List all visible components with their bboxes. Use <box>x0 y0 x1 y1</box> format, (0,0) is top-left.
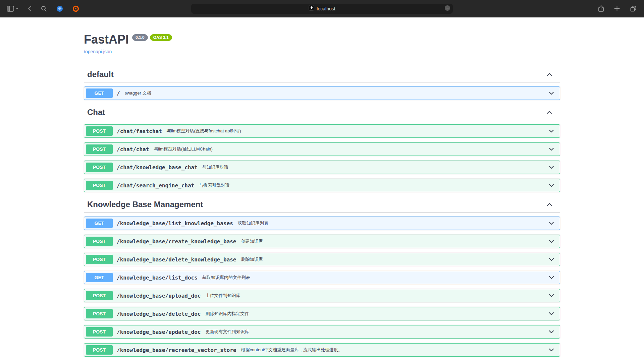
operation-summary[interactable]: POST /chat/fastchat 与llm模型对话(直接与fastchat… <box>84 125 560 137</box>
openapi-spec-link[interactable]: /openapi.json <box>84 49 112 54</box>
chevron-down-icon <box>549 147 554 152</box>
operation-summary[interactable]: GET / swagger 文档 <box>84 87 560 100</box>
operation-summary[interactable]: POST /knowledge_base/update_doc 更新现有文件到知… <box>84 325 560 338</box>
collapse-section-button[interactable] <box>545 71 553 78</box>
chevron-down-icon <box>549 221 554 226</box>
operation-description: 上传文件到知识库 <box>204 293 545 299</box>
operations-list: POST /chat/fastchat 与llm模型对话(直接与fastchat… <box>84 120 560 192</box>
operation-description: 与知识库对话 <box>201 164 545 170</box>
search-icon <box>41 6 47 12</box>
expand-operation-button[interactable] <box>545 129 558 134</box>
method-badge: POST <box>86 291 113 300</box>
operation-row[interactable]: GET /knowledge_base/list_knowledge_bases… <box>84 217 560 230</box>
operation-row[interactable]: POST /knowledge_base/upload_doc 上传文件到知识库 <box>84 289 560 302</box>
expand-operation-button[interactable] <box>545 165 558 170</box>
expand-operation-button[interactable] <box>545 293 558 298</box>
operation-summary[interactable]: POST /knowledge_base/create_knowledge_ba… <box>84 235 560 248</box>
expand-operation-button[interactable] <box>545 91 558 96</box>
orange-extension-button[interactable] <box>72 5 79 12</box>
operation-row[interactable]: POST /chat/chat 与llm模型对话(通过LLMChain) <box>84 142 560 156</box>
chevron-down-icon <box>549 129 554 134</box>
operation-row[interactable]: GET /knowledge_base/list_docs 获取知识库内的文件列… <box>84 271 560 284</box>
method-badge: POST <box>86 181 113 190</box>
operation-row[interactable]: POST /knowledge_base/update_doc 更新现有文件到知… <box>84 325 560 339</box>
operation-summary[interactable]: POST /knowledge_base/recreate_vector_sto… <box>84 344 560 356</box>
site-favicon <box>309 5 314 12</box>
operation-row[interactable]: POST /knowledge_base/recreate_vector_sto… <box>84 343 560 357</box>
chevron-down-icon <box>549 329 554 335</box>
operation-row[interactable]: POST /chat/knowledge_base_chat 与知识库对话 <box>84 161 560 174</box>
operation-description: swagger 文档 <box>123 90 545 96</box>
version-badge: 0.1.0 <box>132 34 148 41</box>
section-header[interactable]: Knowledge Base Management <box>84 197 560 213</box>
oas-badge: OAS 3.1 <box>150 34 172 41</box>
address-bar[interactable]: localhost <box>191 4 453 14</box>
chevron-up-icon <box>547 72 552 77</box>
operation-summary[interactable]: POST /chat/search_engine_chat 与搜索引擎对话 <box>84 179 560 192</box>
collapse-section-button[interactable] <box>545 201 553 208</box>
method-badge: POST <box>86 327 113 337</box>
operation-row[interactable]: POST /chat/fastchat 与llm模型对话(直接与fastchat… <box>84 124 560 138</box>
chevron-down-icon <box>549 183 554 188</box>
collapse-section-button[interactable] <box>545 109 553 116</box>
expand-operation-button[interactable] <box>545 311 558 316</box>
operation-row[interactable]: POST /knowledge_base/create_knowledge_ba… <box>84 235 560 248</box>
operation-summary[interactable]: POST /knowledge_base/delete_doc 删除知识库内指定… <box>84 307 560 320</box>
operation-path: /chat/knowledge_base_chat <box>113 164 201 171</box>
operation-path: /knowledge_base/recreate_vector_store <box>113 347 239 353</box>
page-settings-ellipsis-icon[interactable] <box>444 5 450 12</box>
expand-operation-button[interactable] <box>545 329 558 335</box>
api-info: FastAPI 0.1.0 OAS 3.1 /openapi.json <box>84 17 560 67</box>
operation-summary[interactable]: POST /knowledge_base/delete_knowledge_ba… <box>84 253 560 266</box>
api-title-text: FastAPI <box>84 33 129 46</box>
method-badge: POST <box>86 237 113 246</box>
operations-list: GET /knowledge_base/list_knowledge_bases… <box>84 213 560 357</box>
chevron-down-icon <box>549 311 554 316</box>
section-header[interactable]: Chat <box>84 105 560 120</box>
expand-operation-button[interactable] <box>545 239 558 244</box>
operation-summary[interactable]: GET /knowledge_base/list_knowledge_bases… <box>84 217 560 230</box>
share-button[interactable] <box>598 5 604 12</box>
section-title: default <box>87 69 545 79</box>
chevron-down-icon <box>549 348 554 353</box>
operation-summary[interactable]: POST /chat/knowledge_base_chat 与知识库对话 <box>84 161 560 174</box>
operation-description: 与搜索引擎对话 <box>198 182 545 188</box>
operation-summary[interactable]: GET /knowledge_base/list_docs 获取知识库内的文件列… <box>84 271 560 284</box>
method-badge: POST <box>86 163 113 172</box>
url-text: localhost <box>317 6 335 11</box>
section-title: Chat <box>87 107 545 117</box>
expand-operation-button[interactable] <box>545 183 558 188</box>
expand-operation-button[interactable] <box>545 221 558 226</box>
operation-summary[interactable]: POST /knowledge_base/upload_doc 上传文件到知识库 <box>84 289 560 302</box>
title-badges: 0.1.0 OAS 3.1 <box>132 34 172 41</box>
chevron-down-icon <box>549 165 554 170</box>
expand-operation-button[interactable] <box>545 147 558 152</box>
operation-path: /knowledge_base/delete_knowledge_base <box>113 256 239 263</box>
thunderbird-extension-button[interactable] <box>56 5 63 12</box>
expand-operation-button[interactable] <box>545 257 558 262</box>
orange-extension-icon <box>72 5 79 12</box>
operation-row[interactable]: POST /knowledge_base/delete_knowledge_ba… <box>84 253 560 266</box>
operation-row[interactable]: POST /chat/search_engine_chat 与搜索引擎对话 <box>84 179 560 192</box>
new-tab-icon <box>614 6 620 11</box>
operation-path: /knowledge_base/create_knowledge_base <box>113 238 239 245</box>
api-section: Chat POST /chat/fastchat 与llm模型对话(直接与fas… <box>84 105 560 192</box>
operation-path: /knowledge_base/update_doc <box>113 329 204 335</box>
api-section: default GET / swagger 文档 <box>84 67 560 100</box>
back-button[interactable] <box>28 6 32 12</box>
operation-row[interactable]: POST /knowledge_base/delete_doc 删除知识库内指定… <box>84 307 560 320</box>
chevron-down-icon <box>549 257 554 262</box>
operation-description: 更新现有文件到知识库 <box>204 329 545 335</box>
search-button[interactable] <box>41 6 47 12</box>
new-tab-button[interactable] <box>614 6 620 11</box>
expand-operation-button[interactable] <box>545 348 558 353</box>
operation-row[interactable]: GET / swagger 文档 <box>84 86 560 100</box>
operation-description: 创建知识库 <box>239 238 545 244</box>
section-title: Knowledge Base Management <box>87 199 545 209</box>
sidebar-toggle-button[interactable] <box>7 6 18 12</box>
expand-operation-button[interactable] <box>545 275 558 280</box>
section-header[interactable]: default <box>84 67 560 82</box>
tab-overview-button[interactable] <box>630 5 637 12</box>
operation-summary[interactable]: POST /chat/chat 与llm模型对话(通过LLMChain) <box>84 143 560 156</box>
chevron-down-icon <box>549 239 554 244</box>
